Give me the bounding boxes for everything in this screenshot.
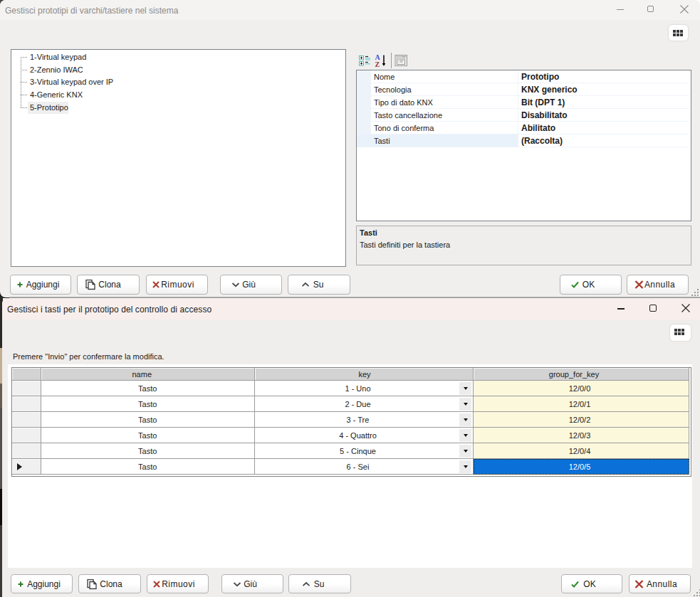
svg-text:Z: Z [375,60,380,68]
